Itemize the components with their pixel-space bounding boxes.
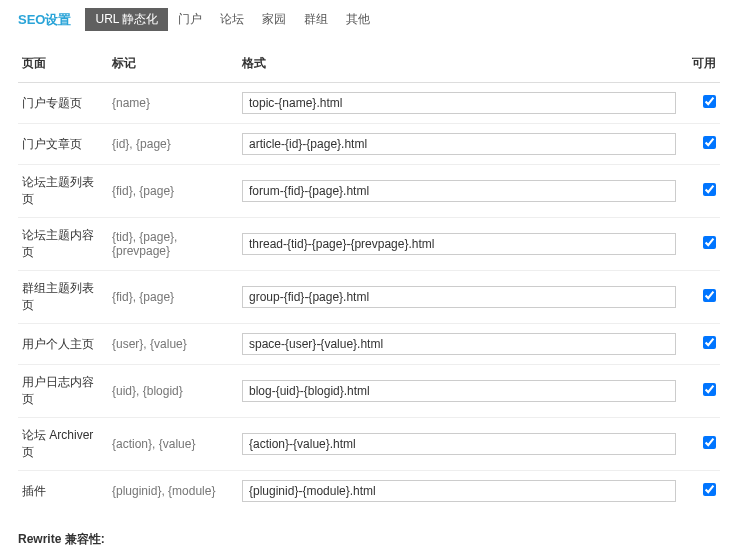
- format-input[interactable]: [242, 380, 676, 402]
- cell-page: 论坛主题内容页: [18, 218, 108, 271]
- format-input[interactable]: [242, 233, 676, 255]
- seo-table: 页面 标记 格式 可用 门户专题页{name}门户文章页{id}, {page}…: [18, 49, 720, 511]
- cell-format: [238, 324, 680, 365]
- cell-available: [680, 365, 720, 418]
- available-checkbox[interactable]: [703, 183, 716, 196]
- page-title: SEO设置: [18, 11, 71, 29]
- rewrite-section: Rewrite 兼容性: 是 否 如果您的服务器不支持 Rewrite 规则中的…: [18, 531, 720, 558]
- available-checkbox[interactable]: [703, 95, 716, 108]
- cell-tag: {fid}, {page}: [108, 271, 238, 324]
- cell-format: [238, 418, 680, 471]
- cell-tag: {action}, {value}: [108, 418, 238, 471]
- cell-page: 论坛 Archiver 页: [18, 418, 108, 471]
- table-row: 用户个人主页{user}, {value}: [18, 324, 720, 365]
- available-checkbox[interactable]: [703, 136, 716, 149]
- format-input[interactable]: [242, 180, 676, 202]
- page-header: SEO设置 URL 静态化门户论坛家园群组其他: [18, 8, 720, 31]
- format-input[interactable]: [242, 333, 676, 355]
- tab-bar: URL 静态化门户论坛家园群组其他: [85, 8, 378, 31]
- cell-format: [238, 271, 680, 324]
- cell-tag: {fid}, {page}: [108, 165, 238, 218]
- cell-page: 群组主题列表页: [18, 271, 108, 324]
- cell-format: [238, 83, 680, 124]
- cell-available: [680, 165, 720, 218]
- format-input[interactable]: [242, 286, 676, 308]
- table-row: 门户文章页{id}, {page}: [18, 124, 720, 165]
- cell-format: [238, 218, 680, 271]
- cell-tag: {id}, {page}: [108, 124, 238, 165]
- table-row: 论坛主题内容页{tid}, {page}, {prevpage}: [18, 218, 720, 271]
- cell-available: [680, 418, 720, 471]
- col-header-format: 格式: [238, 49, 680, 83]
- col-header-page: 页面: [18, 49, 108, 83]
- format-input[interactable]: [242, 480, 676, 502]
- format-input[interactable]: [242, 92, 676, 114]
- available-checkbox[interactable]: [703, 236, 716, 249]
- tab-3[interactable]: 家园: [254, 8, 294, 31]
- cell-page: 门户文章页: [18, 124, 108, 165]
- cell-format: [238, 365, 680, 418]
- cell-available: [680, 124, 720, 165]
- table-row: 群组主题列表页{fid}, {page}: [18, 271, 720, 324]
- col-header-tag: 标记: [108, 49, 238, 83]
- format-input[interactable]: [242, 433, 676, 455]
- tab-0[interactable]: URL 静态化: [85, 8, 168, 31]
- format-input[interactable]: [242, 133, 676, 155]
- cell-available: [680, 83, 720, 124]
- table-row: 论坛主题列表页{fid}, {page}: [18, 165, 720, 218]
- cell-page: 插件: [18, 471, 108, 512]
- cell-tag: {user}, {value}: [108, 324, 238, 365]
- available-checkbox[interactable]: [703, 383, 716, 396]
- available-checkbox[interactable]: [703, 336, 716, 349]
- cell-page: 用户日志内容页: [18, 365, 108, 418]
- table-row: 论坛 Archiver 页{action}, {value}: [18, 418, 720, 471]
- available-checkbox[interactable]: [703, 436, 716, 449]
- cell-tag: {pluginid}, {module}: [108, 471, 238, 512]
- tab-4[interactable]: 群组: [296, 8, 336, 31]
- tab-1[interactable]: 门户: [170, 8, 210, 31]
- cell-format: [238, 124, 680, 165]
- tab-2[interactable]: 论坛: [212, 8, 252, 31]
- table-row: 插件{pluginid}, {module}: [18, 471, 720, 512]
- cell-available: [680, 271, 720, 324]
- rewrite-label: Rewrite 兼容性:: [18, 531, 720, 548]
- cell-tag: {tid}, {page}, {prevpage}: [108, 218, 238, 271]
- cell-format: [238, 165, 680, 218]
- cell-tag: {name}: [108, 83, 238, 124]
- cell-available: [680, 324, 720, 365]
- table-row: 门户专题页{name}: [18, 83, 720, 124]
- cell-format: [238, 471, 680, 512]
- cell-available: [680, 471, 720, 512]
- available-checkbox[interactable]: [703, 483, 716, 496]
- cell-page: 论坛主题列表页: [18, 165, 108, 218]
- cell-page: 门户专题页: [18, 83, 108, 124]
- available-checkbox[interactable]: [703, 289, 716, 302]
- cell-page: 用户个人主页: [18, 324, 108, 365]
- col-header-available: 可用: [680, 49, 720, 83]
- cell-available: [680, 218, 720, 271]
- cell-tag: {uid}, {blogid}: [108, 365, 238, 418]
- tab-5[interactable]: 其他: [338, 8, 378, 31]
- table-row: 用户日志内容页{uid}, {blogid}: [18, 365, 720, 418]
